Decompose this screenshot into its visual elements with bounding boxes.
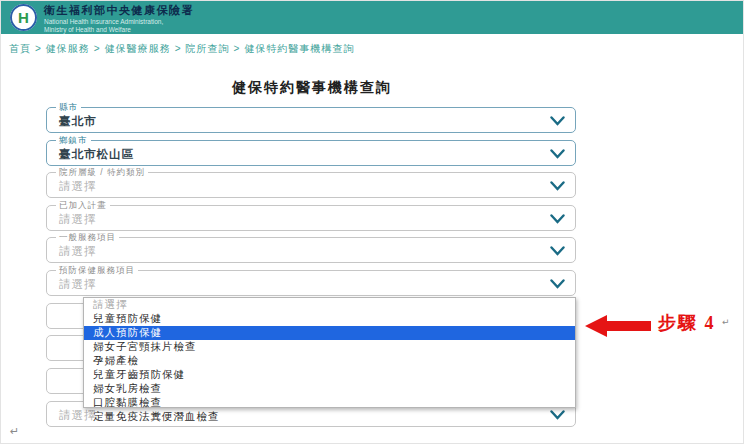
select-preventive-service[interactable]: 預防保健服務項目 請選擇: [46, 270, 576, 296]
select-joined-program[interactable]: 已加入計畫 請選擇: [46, 205, 576, 231]
dropdown-option[interactable]: 口腔黏膜檢查: [84, 396, 575, 410]
dropdown-option[interactable]: 兒童牙齒預防保健: [84, 368, 575, 382]
field-value: 臺北市松山區: [59, 147, 134, 162]
field-label: 院所層級 / 特約類別: [56, 167, 148, 179]
field-value: 臺北市: [59, 114, 97, 129]
chevron-down-icon: [550, 246, 565, 256]
breadcrumb-separator: >: [234, 43, 241, 54]
preventive-service-dropdown: 請選擇 兒童預防保健 成人預防保健 婦女子宮頸抹片檢查 孕婦產檢 兒童牙齒預防保…: [83, 297, 576, 408]
return-mark-icon: ↵: [10, 425, 19, 438]
field-placeholder: 請選擇: [59, 244, 97, 259]
nhi-logo-icon: [10, 4, 37, 31]
step-label: 步驟 4: [658, 311, 716, 335]
dropdown-option[interactable]: 婦女子宮頸抹片檢查: [84, 340, 575, 354]
select-county[interactable]: 縣市 臺北市: [46, 107, 576, 133]
field-label: 鄉鎮市: [56, 135, 91, 147]
field-placeholder: 請選擇: [59, 179, 97, 194]
select-general-service[interactable]: 一般服務項目 請選擇: [46, 237, 576, 263]
dropdown-option[interactable]: 請選擇: [84, 298, 575, 312]
breadcrumb-item-services[interactable]: 健保服務: [46, 43, 90, 54]
field-label: 縣市: [56, 102, 81, 114]
breadcrumb-separator: >: [35, 43, 42, 54]
chevron-down-icon: [550, 279, 565, 289]
breadcrumb-separator: >: [175, 43, 182, 54]
breadcrumb-item-medical-services[interactable]: 健保醫療服務: [105, 43, 171, 54]
field-placeholder: 請選擇: [59, 212, 97, 227]
breadcrumb-item-home[interactable]: 首頁: [9, 43, 31, 54]
field-label: 已加入計畫: [56, 200, 110, 212]
chevron-down-icon: [550, 181, 565, 191]
dropdown-option[interactable]: 婦女乳房檢查: [84, 382, 575, 396]
breadcrumb: 首頁>健保服務>健保醫療服務>院所查詢>健保特約醫事機構查詢: [9, 42, 354, 56]
dropdown-option[interactable]: 孕婦產檢: [84, 354, 575, 368]
page: 衛生福利部中央健康保險署 National Health Insurance A…: [0, 0, 744, 444]
field-label: 一般服務項目: [56, 232, 119, 244]
dropdown-option-selected[interactable]: 成人預防保健: [84, 326, 575, 340]
select-township[interactable]: 鄉鎮市 臺北市松山區: [46, 140, 576, 166]
agency-name-zh: 衛生福利部中央健康保險署: [44, 5, 194, 16]
agency-name-en: National Health Insurance Administration…: [44, 18, 194, 33]
header-banner: 衛生福利部中央健康保險署 National Health Insurance A…: [1, 1, 744, 34]
dropdown-option[interactable]: 定量免疫法糞便潛血檢查: [84, 410, 575, 424]
chevron-down-icon: [550, 116, 565, 126]
breadcrumb-item-current: 健保特約醫事機構查詢: [244, 43, 354, 54]
field-label: 預防保健服務項目: [56, 265, 138, 277]
breadcrumb-item-institution-query[interactable]: 院所查詢: [186, 43, 230, 54]
page-title: 健保特約醫事機構查詢: [1, 79, 623, 97]
return-mark-icon: ↵: [722, 317, 730, 327]
left-arrow-icon: [585, 314, 651, 338]
chevron-down-icon: [550, 214, 565, 224]
select-institution-level[interactable]: 院所層級 / 特約類別 請選擇: [46, 172, 576, 198]
field-placeholder: 請選擇: [59, 277, 97, 292]
breadcrumb-separator: >: [94, 43, 101, 54]
chevron-down-icon: [550, 149, 565, 159]
dropdown-option[interactable]: 兒童預防保健: [84, 312, 575, 326]
agency-title-block: 衛生福利部中央健康保險署 National Health Insurance A…: [44, 5, 194, 33]
